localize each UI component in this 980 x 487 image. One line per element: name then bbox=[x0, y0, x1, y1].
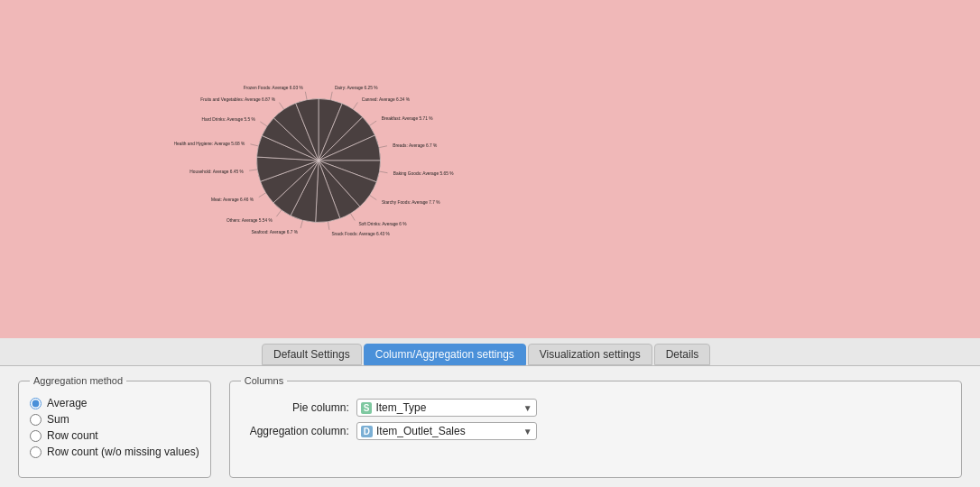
svg-line-2 bbox=[353, 102, 357, 109]
svg-line-28 bbox=[279, 102, 283, 109]
aggregation-column-value: Item_Outlet_Sales bbox=[376, 425, 466, 437]
aggregation-column-select-inner: D Item_Outlet_Sales bbox=[361, 425, 466, 437]
pie-column-label: Pie column: bbox=[241, 401, 349, 414]
pie-chart: Dairy: Average 6.25 %Canned: Average 6.3… bbox=[174, 16, 463, 305]
aggregation-column-row: Aggregation column: D Item_Outlet_Sales … bbox=[241, 422, 950, 440]
svg-text:Snack Foods: Average 6.43 %: Snack Foods: Average 6.43 % bbox=[331, 232, 390, 236]
radio-row-count[interactable]: Row count bbox=[30, 429, 199, 442]
svg-text:Starchy Foods: Average 7.7 %: Starchy Foods: Average 7.7 % bbox=[382, 200, 440, 205]
pie-column-value: Item_Type bbox=[375, 401, 426, 414]
svg-line-30 bbox=[305, 91, 307, 99]
svg-text:Fruits and Vegetables: Average: Fruits and Vegetables: Average 6.87 % bbox=[200, 96, 276, 101]
svg-text:Dairy: Average 6.25 %: Dairy: Average 6.25 % bbox=[335, 86, 378, 90]
svg-line-4 bbox=[370, 121, 377, 125]
tab-column-aggregation[interactable]: Column/Aggregation settings bbox=[364, 344, 526, 365]
bottom-panel: Default Settings Column/Aggregation sett… bbox=[0, 338, 980, 487]
aggregation-column-select[interactable]: D Item_Outlet_Sales ▼ bbox=[356, 422, 537, 440]
svg-line-20 bbox=[259, 192, 266, 197]
svg-line-22 bbox=[249, 169, 257, 170]
svg-text:Others: Average 5.54 %: Others: Average 5.54 % bbox=[227, 217, 273, 222]
svg-text:Household: Average 6.45 %: Household: Average 6.45 % bbox=[190, 169, 244, 173]
svg-text:Hard Drinks: Average 5.5 %: Hard Drinks: Average 5.5 % bbox=[202, 117, 256, 122]
aggregation-column-label: Aggregation column: bbox=[241, 425, 349, 437]
svg-text:Meat: Average 6.46 %: Meat: Average 6.46 % bbox=[211, 197, 254, 201]
svg-line-8 bbox=[379, 171, 387, 173]
radio-row-count-no-missing-label: Row count (w/o missing values) bbox=[47, 446, 199, 458]
tab-details[interactable]: Details bbox=[654, 344, 711, 365]
pie-column-row: Pie column: S Item_Type ▼ bbox=[241, 399, 950, 417]
svg-line-14 bbox=[328, 221, 328, 229]
tab-default-settings[interactable]: Default Settings bbox=[262, 344, 362, 365]
aggregation-column-chevron-icon: ▼ bbox=[523, 427, 532, 436]
columns-legend: Columns bbox=[241, 375, 287, 386]
svg-text:Canned: Average 6.34 %: Canned: Average 6.34 % bbox=[362, 96, 411, 101]
svg-line-0 bbox=[330, 91, 332, 99]
svg-text:Breads: Average 6.7 %: Breads: Average 6.7 % bbox=[393, 142, 438, 147]
aggregation-legend: Aggregation method bbox=[30, 375, 126, 386]
svg-line-26 bbox=[260, 121, 267, 125]
pie-column-type-badge: S bbox=[361, 402, 373, 414]
svg-text:Seafood: Average 6.7 %: Seafood: Average 6.7 % bbox=[251, 230, 298, 234]
svg-line-12 bbox=[350, 213, 355, 220]
pie-column-select[interactable]: S Item_Type ▼ bbox=[356, 399, 537, 417]
pie-column-chevron-icon: ▼ bbox=[523, 403, 532, 413]
aggregation-method-box: Aggregation method Average Sum Row count… bbox=[18, 375, 211, 478]
svg-text:Health and Hygiene: Average 5.: Health and Hygiene: Average 5.68 % bbox=[174, 141, 245, 145]
radio-average[interactable]: Average bbox=[30, 397, 199, 409]
columns-box: Columns Pie column: S Item_Type ▼ Aggreg… bbox=[229, 375, 962, 478]
svg-text:Frozen Foods: Average 6.03 %: Frozen Foods: Average 6.03 % bbox=[244, 86, 304, 90]
svg-line-16 bbox=[300, 220, 302, 228]
svg-text:Baking Goods: Average 5.65 %: Baking Goods: Average 5.65 % bbox=[393, 171, 454, 176]
panel-content: Aggregation method Average Sum Row count… bbox=[0, 365, 980, 487]
radio-row-count-no-missing[interactable]: Row count (w/o missing values) bbox=[30, 446, 199, 458]
svg-line-10 bbox=[370, 195, 377, 199]
svg-text:Breakfast: Average 5.71 %: Breakfast: Average 5.71 % bbox=[382, 116, 433, 121]
svg-line-18 bbox=[276, 209, 281, 216]
tab-visualization[interactable]: Visualization settings bbox=[528, 344, 652, 365]
pie-column-select-inner: S Item_Type bbox=[361, 401, 427, 414]
chart-area: Dairy: Average 6.25 %Canned: Average 6.3… bbox=[0, 0, 980, 338]
radio-sum[interactable]: Sum bbox=[30, 413, 199, 426]
aggregation-column-type-badge: D bbox=[361, 426, 373, 437]
svg-line-6 bbox=[379, 145, 387, 147]
radio-row-count-label: Row count bbox=[47, 429, 98, 442]
tabs-bar: Default Settings Column/Aggregation sett… bbox=[0, 338, 980, 365]
svg-text:Soft Drinks: Average 6 %: Soft Drinks: Average 6 % bbox=[358, 222, 407, 226]
radio-average-label: Average bbox=[47, 397, 87, 409]
svg-line-24 bbox=[250, 143, 258, 145]
radio-sum-label: Sum bbox=[47, 413, 69, 426]
